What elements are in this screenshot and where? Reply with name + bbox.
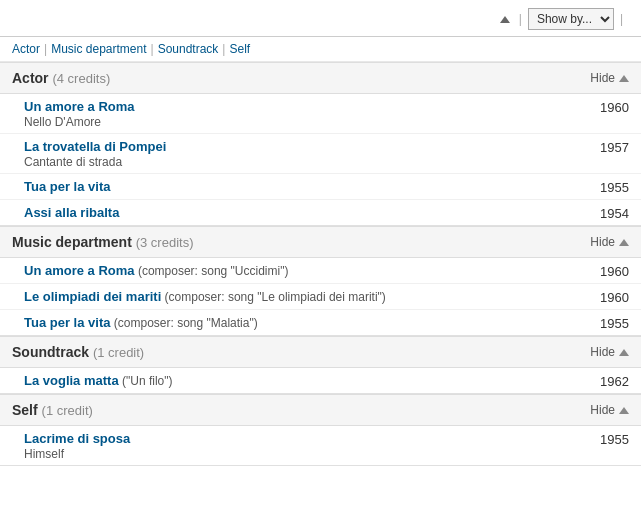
film-details: (composer: song "Uccidimi") (135, 264, 289, 278)
hide-label-actor: Hide (590, 71, 615, 85)
jump-soundtrack-link[interactable]: Soundtrack (158, 42, 219, 56)
film-title-link[interactable]: La voglia matta (24, 373, 119, 388)
film-item: Un amore a Roma (composer: song "Uccidim… (0, 258, 641, 284)
film-role: Cantante di strada (24, 155, 166, 169)
show-by-select[interactable]: Show by... (528, 8, 614, 30)
section-credits-music-department: (3 credits) (136, 235, 194, 250)
film-title-link[interactable]: Assi alla ribalta (24, 205, 119, 220)
film-year: 1957 (600, 139, 629, 155)
film-row: La trovatella di PompeiCantante di strad… (24, 139, 629, 169)
film-item: La voglia matta ("Un filo")1962 (0, 368, 641, 393)
jump-sep-3: | (222, 42, 225, 56)
section-header-actor: Actor (4 credits)Hide (0, 62, 641, 94)
triangle-up-icon (500, 16, 510, 23)
film-year: 1955 (600, 431, 629, 447)
film-item: Tua per la vita (composer: song "Malatia… (0, 310, 641, 335)
section-soundtrack: Soundtrack (1 credit)HideLa voglia matta… (0, 336, 641, 394)
film-title-line: Le olimpiadi dei mariti (composer: song … (24, 289, 386, 304)
film-details: (composer: song "Le olimpiadi dei mariti… (161, 290, 386, 304)
section-title-music-department: Music department (3 credits) (12, 234, 194, 250)
section-credits-self: (1 credit) (42, 403, 93, 418)
film-left: Un amore a RomaNello D'Amore (24, 99, 135, 129)
separator-2: | (620, 12, 623, 26)
jump-actor-link[interactable]: Actor (12, 42, 40, 56)
film-details: ("Un filo") (119, 374, 173, 388)
film-left: Lacrime di sposaHimself (24, 431, 130, 461)
hide-label-soundtrack: Hide (590, 345, 615, 359)
film-left: La voglia matta ("Un filo") (24, 373, 173, 388)
film-item: Un amore a RomaNello D'Amore1960 (0, 94, 641, 134)
film-row: Lacrime di sposaHimself1955 (24, 431, 629, 461)
film-left: Le olimpiadi dei mariti (composer: song … (24, 289, 386, 304)
section-music-department: Music department (3 credits)HideUn amore… (0, 226, 641, 336)
header-controls: | Show by... | (500, 8, 629, 30)
hide-label-self: Hide (590, 403, 615, 417)
section-title-soundtrack: Soundtrack (1 credit) (12, 344, 144, 360)
film-row: Tua per la vita1955 (24, 179, 629, 195)
film-left: Assi alla ribalta (24, 205, 119, 220)
hide-section-button-actor[interactable]: Hide (590, 71, 629, 85)
film-title-link[interactable]: Tua per la vita (24, 315, 110, 330)
film-title-link[interactable]: Lacrime di sposa (24, 431, 130, 446)
section-header-soundtrack: Soundtrack (1 credit)Hide (0, 336, 641, 368)
jump-sep-2: | (151, 42, 154, 56)
hide-section-button-self[interactable]: Hide (590, 403, 629, 417)
film-title-link[interactable]: La trovatella di Pompei (24, 139, 166, 154)
film-left: Tua per la vita (composer: song "Malatia… (24, 315, 258, 330)
sections-container: Actor (4 credits)HideUn amore a RomaNell… (0, 62, 641, 466)
section-header-self: Self (1 credit)Hide (0, 394, 641, 426)
film-title-line: Un amore a Roma (composer: song "Uccidim… (24, 263, 288, 278)
film-row: Le olimpiadi dei mariti (composer: song … (24, 289, 629, 305)
jump-sep-1: | (44, 42, 47, 56)
film-title-link[interactable]: Tua per la vita (24, 179, 110, 194)
film-year: 1955 (600, 179, 629, 195)
film-role: Himself (24, 447, 130, 461)
section-title-self: Self (1 credit) (12, 402, 93, 418)
tri-up-icon-soundtrack (619, 349, 629, 356)
film-item: La trovatella di PompeiCantante di strad… (0, 134, 641, 174)
jump-music-link[interactable]: Music department (51, 42, 146, 56)
film-title-line: Lacrime di sposa (24, 431, 130, 446)
film-details: (composer: song "Malatia") (110, 316, 257, 330)
film-title-line: Un amore a Roma (24, 99, 135, 114)
film-year: 1955 (600, 315, 629, 331)
page-header: | Show by... | (0, 0, 641, 37)
hide-all-button[interactable] (500, 16, 513, 23)
film-title-link[interactable]: Le olimpiadi dei mariti (24, 289, 161, 304)
film-title-line: Tua per la vita (24, 179, 110, 194)
section-credits-soundtrack: (1 credit) (93, 345, 144, 360)
film-title-line: Tua per la vita (composer: song "Malatia… (24, 315, 258, 330)
hide-section-button-music-department[interactable]: Hide (590, 235, 629, 249)
film-title-link[interactable]: Un amore a Roma (24, 263, 135, 278)
film-title-line: La trovatella di Pompei (24, 139, 166, 154)
tri-up-icon-self (619, 407, 629, 414)
section-credits-actor: (4 credits) (52, 71, 110, 86)
film-item: Assi alla ribalta1954 (0, 200, 641, 225)
film-role: Nello D'Amore (24, 115, 135, 129)
film-item: Tua per la vita1955 (0, 174, 641, 200)
film-row: Assi alla ribalta1954 (24, 205, 629, 221)
film-row: Un amore a Roma (composer: song "Uccidim… (24, 263, 629, 279)
separator-1: | (519, 12, 522, 26)
film-item: Lacrime di sposaHimself1955 (0, 426, 641, 465)
film-year: 1960 (600, 289, 629, 305)
section-header-music-department: Music department (3 credits)Hide (0, 226, 641, 258)
film-title-link[interactable]: Un amore a Roma (24, 99, 135, 114)
film-row: Tua per la vita (composer: song "Malatia… (24, 315, 629, 331)
film-left: Tua per la vita (24, 179, 110, 194)
film-row: Un amore a RomaNello D'Amore1960 (24, 99, 629, 129)
section-actor: Actor (4 credits)HideUn amore a RomaNell… (0, 62, 641, 226)
hide-label-music-department: Hide (590, 235, 615, 249)
jump-to-bar: Actor|Music department|Soundtrack|Self (0, 37, 641, 62)
hide-section-button-soundtrack[interactable]: Hide (590, 345, 629, 359)
film-left: Un amore a Roma (composer: song "Uccidim… (24, 263, 288, 278)
section-title-actor: Actor (4 credits) (12, 70, 110, 86)
tri-up-icon-actor (619, 75, 629, 82)
film-year: 1960 (600, 263, 629, 279)
film-row: La voglia matta ("Un filo")1962 (24, 373, 629, 389)
section-self: Self (1 credit)HideLacrime di sposaHimse… (0, 394, 641, 466)
tri-up-icon-music-department (619, 239, 629, 246)
film-title-line: La voglia matta ("Un filo") (24, 373, 173, 388)
film-item: Le olimpiadi dei mariti (composer: song … (0, 284, 641, 310)
jump-self-link[interactable]: Self (229, 42, 250, 56)
